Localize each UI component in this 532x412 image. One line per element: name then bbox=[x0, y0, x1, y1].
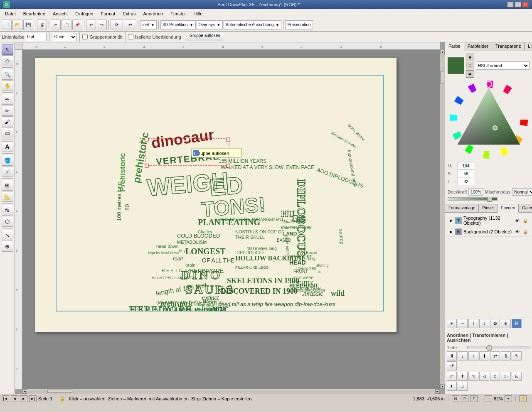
mirror-button[interactable]: ⇄ bbox=[124, 20, 136, 30]
stroke-color-btn[interactable]: □ bbox=[466, 62, 474, 69]
layer-eye-typography[interactable]: 👁 bbox=[514, 217, 520, 224]
rotate-cw-button[interactable]: ↻ bbox=[512, 351, 522, 360]
scroll-thumb-h[interactable] bbox=[47, 390, 72, 393]
layer-expand-background[interactable]: ▶ bbox=[448, 229, 453, 234]
scroll-track-v[interactable] bbox=[440, 54, 445, 384]
canvas-area[interactable]: in 1 2 3 4 5 6 7 8 9 in 1 2 3 4 5 6 7 8 bbox=[15, 42, 445, 394]
tab-ebenen[interactable]: Ebenen bbox=[498, 204, 519, 213]
tab-transparenz[interactable]: Transparenz bbox=[492, 42, 525, 51]
align-bl-button[interactable]: ◺ bbox=[512, 372, 522, 381]
canvas-inner[interactable]: WEIGH ED TONS! dinosaur VERTEBRAE prehis… bbox=[56, 75, 384, 311]
ziel-dropdown[interactable]: Ziel ▼ bbox=[140, 20, 157, 29]
send-back-button[interactable]: ↓ bbox=[458, 351, 468, 360]
transform-button[interactable]: ⟳ bbox=[111, 20, 123, 30]
send-forward-button[interactable]: ↑ bbox=[468, 351, 478, 360]
shape-tool[interactable]: ▭ bbox=[2, 128, 13, 138]
scroll-left-button[interactable]: ◄ bbox=[22, 389, 27, 394]
align-ml-button[interactable]: ◁ bbox=[479, 372, 489, 381]
align-tl-button[interactable]: ◸ bbox=[447, 372, 457, 381]
flip-v-button[interactable]: ⇅ bbox=[501, 351, 511, 360]
rotate-ccw-button[interactable]: ↺ bbox=[447, 361, 457, 370]
align-tr-button[interactable]: ◹ bbox=[468, 372, 478, 381]
prev-page-button[interactable]: ◄ bbox=[11, 395, 18, 402]
3d-dropdown[interactable]: 3D-Projektion ▼ bbox=[160, 20, 196, 29]
layer-lock-typography[interactable]: 🔒 bbox=[522, 217, 529, 224]
select-tool[interactable]: ↖ bbox=[2, 44, 13, 55]
first-page-button[interactable]: |◄ bbox=[2, 395, 9, 402]
paste-button[interactable]: 📌 bbox=[72, 20, 82, 30]
add-layer-button[interactable]: + bbox=[447, 319, 457, 328]
layer-expand-typography[interactable]: ▶ bbox=[448, 218, 453, 223]
layer-merge-button[interactable]: ⊕ bbox=[501, 319, 511, 328]
color-swatch[interactable] bbox=[448, 57, 464, 74]
zoom-out-button[interactable]: − bbox=[485, 395, 492, 402]
h-input[interactable] bbox=[458, 162, 474, 169]
menu-datei[interactable]: Datei bbox=[2, 10, 19, 17]
preview-button[interactable]: P bbox=[461, 395, 468, 402]
line-width-input[interactable] bbox=[26, 33, 47, 41]
fill-tool[interactable]: 🪣 bbox=[2, 155, 13, 166]
next-page-button[interactable]: ► bbox=[20, 395, 27, 402]
normal-view-button[interactable]: N bbox=[452, 395, 459, 402]
scroll-track-h[interactable] bbox=[27, 390, 435, 394]
foreground-color-btn[interactable]: ■ bbox=[466, 54, 474, 61]
color-wheel-container[interactable] bbox=[449, 80, 528, 159]
color-wheel-svg[interactable] bbox=[449, 80, 528, 159]
close-button[interactable]: ✕ bbox=[522, 2, 529, 7]
menu-einfuegen[interactable]: Einfügen bbox=[72, 10, 96, 17]
layer-typography[interactable]: ▶ T Typography (1132 Objekte) 👁 🔒 bbox=[447, 214, 530, 227]
color-indicator-dot[interactable] bbox=[493, 126, 497, 130]
align-mr-button[interactable]: ▷ bbox=[501, 372, 511, 381]
align-tc-button[interactable]: ⬆ bbox=[458, 372, 468, 381]
flip-h-button[interactable]: ⇄ bbox=[490, 351, 500, 360]
new-button[interactable]: 📄 bbox=[2, 20, 12, 30]
align-br-button[interactable]: ◿ bbox=[458, 382, 468, 391]
layer-background[interactable]: ▶ B Background (2 Objekte) 👁 🔒 bbox=[447, 227, 530, 237]
group-priority-check[interactable] bbox=[82, 34, 88, 39]
color-mode-dropdown[interactable]: HSL-Farbrad RGB CMYK bbox=[476, 61, 530, 70]
zoom-in-button[interactable]: + bbox=[505, 395, 512, 402]
fill-combo[interactable]: Ohne bbox=[52, 33, 77, 41]
horizontal-scrollbar[interactable]: ◄ ► bbox=[22, 389, 440, 394]
effect-tool[interactable]: fx bbox=[2, 205, 13, 216]
depth-thumb[interactable] bbox=[486, 345, 492, 351]
menu-anordnen[interactable]: Anordnen bbox=[140, 10, 166, 17]
opacity-slider[interactable] bbox=[448, 197, 498, 201]
move-layer-down-button[interactable]: ↓ bbox=[479, 319, 489, 328]
send-to-back-button[interactable]: ⬇ bbox=[447, 351, 457, 360]
save-button[interactable]: 💾 bbox=[23, 20, 33, 30]
swap-colors-btn[interactable]: ⇄ bbox=[466, 70, 474, 78]
menu-format[interactable]: Format bbox=[97, 10, 118, 17]
crop-tool[interactable]: ⤡ bbox=[2, 230, 13, 240]
last-page-button[interactable]: ►| bbox=[29, 395, 37, 402]
pen-tool[interactable]: ✒ bbox=[2, 94, 13, 105]
align-bc-button[interactable]: ⬇ bbox=[447, 382, 457, 391]
layer-eye-background[interactable]: 👁 bbox=[514, 228, 520, 235]
minimize-button[interactable]: ─ bbox=[507, 2, 514, 7]
canvas-scroll[interactable]: WEIGH ED TONS! dinosaur VERTEBRAE prehis… bbox=[22, 50, 440, 389]
brush-tool[interactable]: 🖌 bbox=[2, 116, 13, 127]
restore-button[interactable]: ❐ bbox=[515, 2, 521, 7]
tab-formatvorlage[interactable]: Formatvorlage bbox=[445, 204, 479, 212]
layer-options-button[interactable]: ⚙ bbox=[490, 319, 500, 328]
redo-button[interactable]: ↪ bbox=[97, 20, 107, 30]
layer-lock-background[interactable]: 🔒 bbox=[522, 228, 529, 235]
s-input[interactable] bbox=[458, 170, 474, 177]
pan-tool[interactable]: ✋ bbox=[2, 80, 13, 91]
opacity-input[interactable] bbox=[468, 188, 483, 196]
tab-linie[interactable]: Linie bbox=[525, 42, 532, 51]
delete-layer-button[interactable]: − bbox=[458, 319, 468, 328]
menu-bearbeiten[interactable]: Bearbeiten bbox=[20, 10, 49, 17]
cut-button[interactable]: ✂ bbox=[51, 20, 61, 30]
menu-ansicht[interactable]: Ansicht bbox=[49, 10, 71, 17]
connector-tool[interactable]: ⊞ bbox=[2, 180, 13, 191]
hand-tool-button[interactable]: ✋ bbox=[519, 395, 527, 402]
opacity-thumb[interactable] bbox=[487, 197, 492, 202]
overlays-dropdown[interactable]: Overlays ▼ bbox=[197, 20, 223, 29]
menu-hilfe[interactable]: Hilfe bbox=[190, 10, 206, 17]
tab-farbe[interactable]: Farbe bbox=[445, 42, 464, 51]
menu-extras[interactable]: Extras bbox=[119, 10, 139, 17]
send-to-front-button[interactable]: ⬆ bbox=[479, 351, 489, 360]
scroll-thumb-v[interactable] bbox=[440, 71, 444, 83]
blend-mode-dropdown[interactable]: Normal Multiply Screen bbox=[512, 188, 532, 196]
